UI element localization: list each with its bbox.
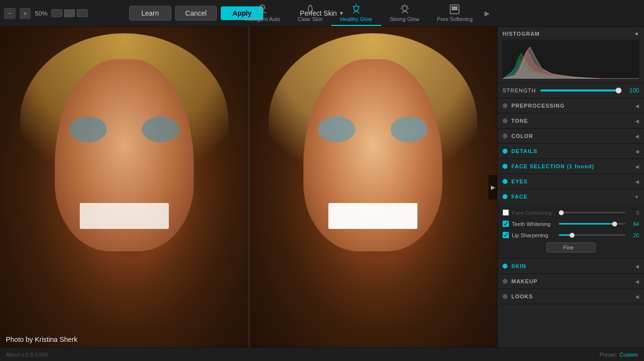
plus-button[interactable]: + — [20, 8, 31, 19]
face-name: FACE — [511, 194, 630, 200]
makeup-name: MAKEUP — [511, 278, 631, 284]
tone-section: TONE ◀ — [498, 113, 644, 129]
lip-sharpening-dropdown-row: Fine Medium Strong — [503, 241, 639, 253]
eyes-section: EYES ◀ — [498, 174, 644, 189]
strength-slider-fill — [540, 90, 622, 91]
learn-button[interactable]: Learn — [129, 6, 171, 21]
tab-pore-softening-label: Pore Softening — [437, 16, 473, 22]
lip-sharpening-checkbox[interactable] — [503, 232, 509, 238]
view-split[interactable] — [64, 9, 75, 17]
svg-point-14 — [456, 7, 458, 8]
tone-dot — [503, 118, 507, 123]
lip-sharpening-label: Lip Sharpening — [512, 232, 556, 238]
skin-section: SKIN ◀ — [498, 259, 644, 274]
teeth-whitening-label: Teeth Whitening — [512, 221, 556, 227]
image-area: ◀ Photo by Kristina Sherk — [0, 27, 497, 347]
before-image: Photo by Kristina Sherk — [0, 27, 249, 347]
lip-sharpening-dropdown[interactable]: Fine Medium Strong — [547, 243, 596, 252]
preset-value: Custom — [620, 352, 638, 358]
tab-healthy-glow-label: Healthy Glow — [340, 16, 372, 22]
svg-line-4 — [353, 6, 354, 7]
teeth-whitening-slider[interactable] — [559, 223, 625, 225]
nav-right-arrow[interactable]: ▶ — [488, 175, 497, 200]
histogram-title: HISTOGRAM — [503, 31, 540, 37]
bottom-bar: About v:2.9.3.565 Preset: Custom — [0, 347, 644, 361]
lip-sharpening-thumb[interactable] — [570, 233, 575, 238]
clear-skin-icon — [304, 3, 316, 15]
svg-point-1 — [354, 6, 359, 11]
face-contouring-value: 0 — [628, 210, 639, 216]
strength-slider-thumb[interactable] — [616, 88, 621, 93]
skin-header[interactable]: SKIN ◀ — [498, 259, 644, 273]
teeth-whitening-checkbox[interactable] — [503, 221, 509, 227]
photo-background-right — [249, 27, 497, 347]
color-dot — [503, 134, 507, 138]
face-contouring-slider[interactable] — [559, 212, 625, 213]
eyes-chevron: ◀ — [635, 179, 639, 184]
main-area: ◀ Photo by Kristina Sherk — [0, 27, 644, 347]
tab-strong-glow[interactable]: Strong Glow — [381, 0, 429, 26]
version-text: About v:2.9.3.565 — [6, 352, 48, 358]
face-selection-name: FACE SELECTION (1 found) — [511, 163, 631, 169]
looks-name: LOOKS — [511, 293, 631, 299]
tab-clear-skin[interactable]: Clear Skin — [289, 0, 331, 26]
lip-sharpening-slider[interactable] — [559, 234, 625, 236]
makeup-header[interactable]: MAKEUP ◀ — [498, 274, 644, 289]
tab-pore-softening[interactable]: Pore Softening — [428, 0, 482, 26]
view-single[interactable] — [51, 9, 62, 17]
teeth-whitening-fill — [559, 223, 615, 225]
color-section: COLOR ◀ — [498, 129, 644, 144]
intelligent-auto-icon — [256, 3, 268, 15]
svg-point-13 — [454, 7, 456, 8]
details-header[interactable]: DETAILS ◀ — [498, 144, 644, 158]
looks-chevron: ◀ — [635, 294, 639, 299]
details-section: DETAILS ◀ — [498, 144, 644, 159]
face-chevron: ▼ — [634, 194, 639, 200]
histogram-section: HISTOGRAM ▼ — [498, 27, 644, 83]
looks-section: LOOKS ◀ — [498, 289, 644, 304]
details-name: DETAILS — [511, 148, 631, 154]
skin-dot — [503, 264, 507, 269]
face-selection-header[interactable]: FACE SELECTION (1 found) ◀ — [498, 159, 644, 174]
tab-strong-glow-label: Strong Glow — [390, 16, 420, 22]
skin-name: SKIN — [511, 263, 631, 269]
toolbar-left: − + 50% — [4, 8, 112, 19]
view-grid[interactable] — [77, 9, 88, 17]
face-contouring-checkbox[interactable] — [503, 209, 509, 216]
face-contouring-thumb[interactable] — [559, 210, 564, 215]
preprocessing-header[interactable]: PREPROCESSING ◀ — [498, 98, 644, 113]
svg-point-16 — [454, 9, 456, 10]
tone-header[interactable]: TONE ◀ — [498, 113, 644, 128]
svg-point-15 — [452, 9, 454, 10]
strength-section: STRENGTH 100 — [498, 83, 644, 98]
svg-point-17 — [456, 9, 458, 10]
looks-header[interactable]: LOOKS ◀ — [498, 289, 644, 304]
tone-chevron: ◀ — [635, 118, 639, 124]
svg-line-8 — [402, 5, 402, 6]
view-options — [51, 9, 88, 17]
pore-softening-icon — [449, 3, 460, 15]
tab-healthy-glow[interactable]: Healthy Glow — [331, 0, 381, 26]
preprocessing-dot — [503, 103, 507, 108]
tabs-nav-arrow[interactable]: ▶ — [484, 9, 490, 18]
tone-name: TONE — [511, 118, 631, 124]
svg-line-7 — [407, 5, 408, 6]
cancel-button[interactable]: Cancel — [175, 6, 217, 21]
histogram-arrow[interactable]: ▼ — [634, 31, 639, 37]
face-dot — [503, 194, 507, 199]
color-chevron: ◀ — [635, 134, 639, 139]
face-header[interactable]: FACE ▼ — [498, 189, 644, 204]
makeup-section: MAKEUP ◀ — [498, 274, 644, 289]
strength-slider-track[interactable] — [540, 90, 622, 91]
color-header[interactable]: COLOR ◀ — [498, 129, 644, 143]
healthy-glow-icon — [350, 3, 362, 15]
toolbar: − + 50% Perfect Skin ▼ Intelligent Auto … — [0, 0, 644, 27]
teeth-whitening-thumb[interactable] — [612, 222, 617, 226]
strength-label: STRENGTH — [503, 88, 536, 93]
looks-dot — [503, 294, 507, 299]
minus-button[interactable]: − — [4, 8, 16, 19]
details-chevron: ◀ — [635, 149, 639, 154]
tab-intelligent-auto[interactable]: Intelligent Auto — [236, 0, 289, 26]
lip-sharpening-row: Lip Sharpening 20 — [503, 229, 639, 241]
eyes-header[interactable]: EYES ◀ — [498, 174, 644, 189]
